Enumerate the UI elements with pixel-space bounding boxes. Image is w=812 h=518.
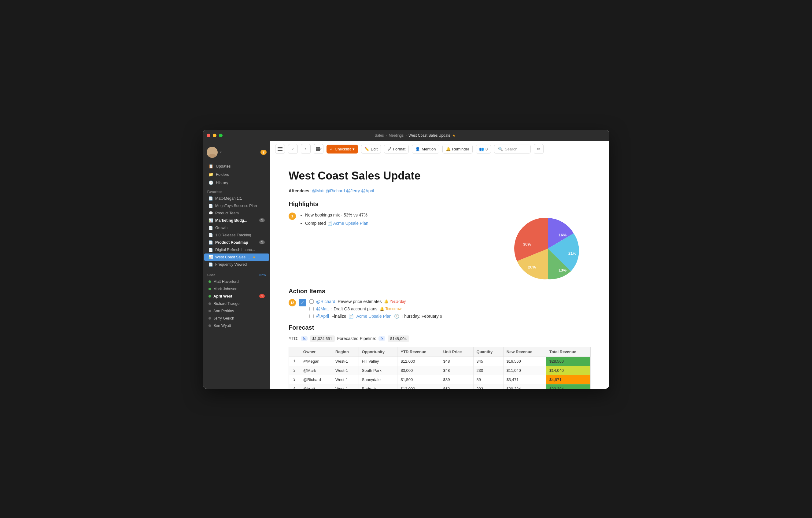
cell-new-rev: $20,384 [503, 384, 546, 388]
sidebar-item-growth[interactable]: 📄 Growth [204, 224, 269, 231]
mention-richard[interactable]: @Richard [326, 189, 345, 193]
sidebar-item-frequently-viewed[interactable]: 📄 Frequently Viewed [204, 261, 269, 268]
sidebar-item-digital-refresh[interactable]: 📄 Digital Refresh Launc... [204, 246, 269, 254]
sidebar-doc-label: Matt-Megan 1:1 [215, 196, 242, 201]
highlights-heading: Highlights [289, 201, 591, 208]
mention-april-action[interactable]: @April [316, 314, 329, 319]
sidebar-toggle-button[interactable] [275, 144, 285, 154]
cell-region: West-1 [332, 375, 358, 384]
sidebar-item-history[interactable]: 🕐 History [204, 179, 269, 187]
checklist-label: Checklist [335, 147, 351, 151]
layout-button[interactable]: ▾ [314, 144, 323, 154]
sidebar-item-marketing[interactable]: 📊 Marketing Budg... 1 [204, 217, 269, 224]
chat-item-ann[interactable]: Ann Perkins [204, 307, 269, 315]
star-icon[interactable]: ★ [452, 133, 456, 138]
minimize-button[interactable] [213, 134, 216, 137]
mention-richard-action[interactable]: @Richard [316, 299, 335, 304]
cell-owner[interactable]: @Mark [300, 366, 332, 375]
mention-label: Mention [422, 147, 436, 151]
history-icon: 🕐 [208, 180, 213, 185]
user-chevron-icon[interactable]: ▾ [220, 150, 222, 154]
offline-indicator [208, 324, 211, 327]
breadcrumb-meetings[interactable]: Meetings [389, 133, 404, 138]
format-label: Format [393, 147, 405, 151]
chat-item-ben[interactable]: Ben Wyatt [204, 322, 269, 329]
sidebar-item-product-roadmap[interactable]: 📄 Product Roadmap 1 [204, 239, 269, 246]
due-label-2: Tomorrow [385, 307, 401, 311]
acme-link-2[interactable]: Acme Upsale Plan [356, 314, 391, 319]
due-label-1: Yesterday [389, 299, 406, 304]
table-row: 4@MattWest-1Bedrock$12,000$52392$20,384$… [289, 384, 591, 388]
chat-item-april-west[interactable]: April West 1 [204, 293, 269, 300]
format-button[interactable]: 🖊 Format [384, 145, 409, 153]
compose-button[interactable]: ✏ [534, 144, 544, 154]
checkbox-3[interactable] [310, 314, 314, 318]
cell-unit: $39 [440, 375, 473, 384]
th-num [289, 347, 300, 356]
chat-section: Chat New Matt Haverford Mark Johnson Apr… [203, 270, 270, 329]
chat-item-jerry[interactable]: Jerry Gerich [204, 315, 269, 322]
th-region: Region [332, 347, 358, 356]
doc-icon: 📊 [208, 255, 213, 259]
action-text-1: Review price estimates [338, 299, 381, 304]
cell-total: $14,040 [546, 366, 591, 375]
notification-badge[interactable]: 2 [260, 150, 267, 155]
sidebar-doc-label: 1.0 Release Tracking [215, 233, 251, 237]
doc-icon: 📊 [208, 218, 213, 223]
cell-total: $4,971 [546, 375, 591, 384]
reminder-button[interactable]: 🔔 Reminder [442, 145, 473, 153]
breadcrumb-sales[interactable]: Sales [375, 133, 384, 138]
mention-button[interactable]: 👤 Mention [412, 145, 439, 153]
avatar[interactable] [207, 147, 218, 158]
cell-qty: 230 [473, 366, 503, 375]
sidebar-item-updates[interactable]: 📋 Updates [204, 162, 269, 170]
close-button[interactable] [207, 134, 210, 137]
mention-jerry[interactable]: @Jerry [346, 189, 360, 193]
checklist-button[interactable]: ✓ Checklist ▾ [326, 145, 358, 153]
mention-matt[interactable]: @Matt [312, 189, 324, 193]
chat-user-name: Matt Haverford [213, 280, 239, 284]
sidebar-badge: 1 [259, 240, 265, 244]
cell-owner[interactable]: @Megan [300, 356, 332, 366]
cell-qty: 392 [473, 384, 503, 388]
back-button[interactable]: ‹ [288, 144, 298, 154]
cell-ytd: $12,000 [398, 384, 440, 388]
th-total-revenue: Total Revenue [546, 347, 591, 356]
search-field[interactable]: 🔍 Search [494, 145, 531, 153]
mention-april[interactable]: @April [361, 189, 374, 193]
title-bar: Sales › Meetings › West Coast Sales Upda… [203, 130, 609, 141]
ytd-label: YTD: [289, 336, 298, 341]
sidebar-item-folders[interactable]: 📁 Folders [204, 170, 269, 179]
chat-item-richard[interactable]: Richard Traeger [204, 300, 269, 307]
sidebar-item-matt-megan[interactable]: 📄 Matt-Megan 1:1 [204, 195, 269, 202]
chat-new-button[interactable]: New [259, 273, 266, 277]
checklist-icon: ✓ [330, 147, 333, 151]
chat-item-mark[interactable]: Mark Johnson [204, 285, 269, 293]
cell-owner[interactable]: @Richard [300, 375, 332, 384]
cell-owner[interactable]: @Matt [300, 384, 332, 388]
svg-point-1 [208, 154, 216, 158]
highlight-item-2: Completed 📄 Acme Upsale Plan [305, 220, 508, 227]
main-area: ‹ › ▾ ✓ Checklist ▾ ✏️ Edit 🖊 Format [270, 141, 609, 388]
acme-link[interactable]: Acme Upsale Plan [333, 221, 368, 226]
chat-item-matt[interactable]: Matt Haverford [204, 278, 269, 285]
highlights-number: 1 [289, 212, 296, 220]
sidebar-item-release[interactable]: 📄 1.0 Release Tracking [204, 231, 269, 239]
sidebar-item-product-team[interactable]: 💬 Product Team [204, 209, 269, 217]
edit-button[interactable]: ✏️ Edit [361, 145, 381, 153]
online-indicator [208, 280, 211, 283]
doc-icon: 📄 [208, 248, 213, 252]
people-button[interactable]: 👥 8 [476, 145, 491, 153]
forward-button[interactable]: › [301, 144, 311, 154]
sidebar-item-west-coast-sales[interactable]: 📊 West Coast Sales ... ★ [204, 254, 269, 261]
breadcrumb-current: West Coast Sales Update [408, 133, 450, 138]
mention-matt-action[interactable]: @Matt [316, 307, 329, 311]
sidebar-doc-label: Marketing Budg... [215, 218, 247, 223]
action-text-2: : Draft Q3 account plans [331, 307, 377, 311]
cell-new-rev: $11,040 [503, 366, 546, 375]
checkbox-2[interactable] [310, 307, 314, 311]
sidebar-item-megatoys[interactable]: 📄 MegaToys Success Plan [204, 202, 269, 209]
maximize-button[interactable] [219, 134, 223, 137]
sidebar-nav-label: Folders [216, 172, 229, 177]
checkbox-1[interactable] [310, 299, 314, 304]
